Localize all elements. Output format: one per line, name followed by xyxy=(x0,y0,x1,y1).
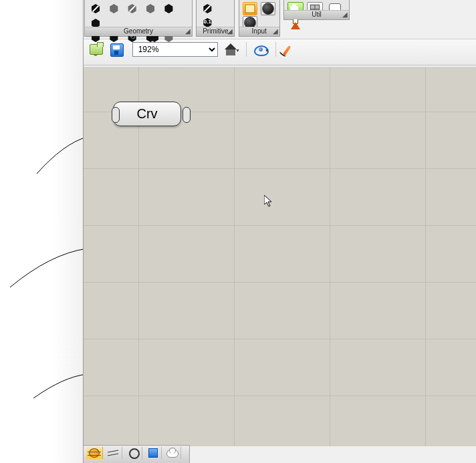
sketch-button[interactable] xyxy=(281,41,298,57)
status-bug-button[interactable] xyxy=(86,447,103,459)
util-galapagos-icon[interactable] xyxy=(287,18,304,33)
save-button[interactable] xyxy=(108,41,126,57)
chevron-down-icon[interactable]: ▼ xyxy=(265,48,269,53)
component-curve-param[interactable]: Crv xyxy=(113,102,181,126)
ribbon-group-geometry: Geometry◢ xyxy=(84,0,193,37)
status-bar xyxy=(84,445,190,463)
ribbon-group-util: Util◢ xyxy=(283,0,350,20)
preview-button[interactable]: ▼ xyxy=(252,41,269,57)
expand-icon[interactable]: ◢ xyxy=(342,11,348,19)
ribbon: Geometry◢ 0.1 Primitive◢ xyxy=(84,0,476,39)
status-wire-button[interactable] xyxy=(106,447,122,459)
input-grip[interactable] xyxy=(108,107,115,122)
separator xyxy=(275,42,276,57)
chevron-down-icon[interactable]: ▼ xyxy=(235,48,240,53)
ring-icon xyxy=(129,448,140,459)
ribbon-group-label[interactable]: Geometry◢ xyxy=(85,27,192,36)
bug-icon xyxy=(89,448,100,458)
svg-rect-0 xyxy=(245,5,255,13)
status-ring-button[interactable] xyxy=(126,447,142,459)
wire-icon xyxy=(108,449,118,456)
expand-icon[interactable]: ◢ xyxy=(185,27,191,35)
canvas[interactable]: Crv xyxy=(84,67,476,446)
output-grip[interactable] xyxy=(179,107,186,122)
ribbon-group-label[interactable]: Input◢ xyxy=(239,27,279,36)
separator xyxy=(246,42,247,57)
param-line-icon[interactable] xyxy=(88,2,103,15)
param-brep-icon[interactable] xyxy=(143,2,158,15)
input-panel-icon[interactable] xyxy=(243,2,257,15)
cloud-icon xyxy=(166,450,178,458)
param-number-icon[interactable] xyxy=(200,2,215,15)
param-circle-icon[interactable] xyxy=(106,2,121,15)
input-slider-icon[interactable] xyxy=(261,2,275,15)
status-autosave-button[interactable] xyxy=(145,447,162,459)
ribbon-group-primitive: 0.1 Primitive◢ xyxy=(196,0,235,37)
open-button[interactable] xyxy=(88,41,105,57)
ribbon-group-label[interactable]: Primitive◢ xyxy=(197,27,234,36)
expand-icon[interactable]: ◢ xyxy=(273,27,278,35)
status-cloud-button[interactable] xyxy=(164,447,181,459)
ribbon-group-input: Input◢ xyxy=(239,0,280,37)
grasshopper-window: Geometry◢ 0.1 Primitive◢ xyxy=(83,0,476,463)
param-mesh-icon[interactable] xyxy=(161,2,176,15)
param-plane-icon[interactable] xyxy=(125,2,140,15)
component-label: Crv xyxy=(136,106,157,121)
expand-icon[interactable]: ◢ xyxy=(227,27,233,35)
ribbon-group-label[interactable]: Util◢ xyxy=(284,10,349,19)
save-icon xyxy=(148,448,158,458)
zoom-extents-button[interactable]: ▼ xyxy=(223,41,240,57)
